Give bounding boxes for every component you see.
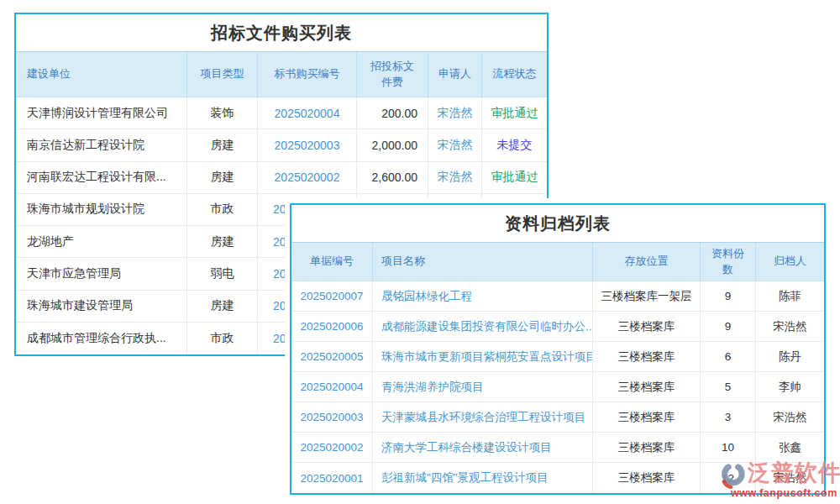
cell-archiver: 李帅: [756, 372, 824, 402]
cell-location: 三楼档案库一架层: [593, 281, 701, 311]
watermark-url-text: www.fanpusoft.com: [731, 487, 837, 499]
cell-bid-purchase-no-link[interactable]: 2025020002: [258, 162, 357, 193]
watermark-brand-text: 泛普软件: [748, 458, 840, 488]
cell-location: 三楼档案库: [593, 312, 701, 341]
cell-construction-unit: 成都城市管理综合行政执...: [16, 323, 187, 354]
cell-project-name-link[interactable]: 天津蒙城县水环境综合治理工程设计项目: [373, 402, 593, 432]
cell-doc-no-link[interactable]: 2025020003: [291, 402, 373, 432]
col-header-archiver: 归档人: [756, 243, 824, 281]
cell-project-type: 房建: [187, 162, 258, 193]
cell-flow-status: 未提交: [482, 129, 547, 160]
purchase-list-title: 招标文件购买列表: [16, 14, 547, 52]
cell-archiver: 陈菲: [756, 281, 824, 311]
cell-construction-unit: 龙湖地产: [16, 226, 187, 257]
cell-project-name-link[interactable]: 珠海市城市更新项目紫桐苑安置点设计项目: [373, 342, 593, 371]
table-row: 2025020007 晟铭园林绿化工程 三楼档案库一架层 9 陈菲: [291, 281, 824, 312]
cell-bid-purchase-no-link[interactable]: 2025020003: [258, 129, 357, 160]
table-row: 2025020004 青海洪湖养护院项目 三楼档案库 5 李帅: [291, 372, 824, 402]
watermark: 泛普软件 www.fanpusoft.com: [719, 456, 840, 500]
cell-bid-purchase-no-link[interactable]: 2025020004: [258, 97, 357, 129]
table-row: 2025020005 珠海市城市更新项目紫桐苑安置点设计项目 三楼档案库 6 陈…: [291, 342, 824, 372]
cell-copies: 9: [701, 312, 756, 341]
cell-project-type: 房建: [187, 129, 258, 160]
col-header-flow-status: 流程状态: [482, 52, 547, 97]
col-header-doc-no: 单据编号: [291, 243, 373, 281]
col-header-location: 存放位置: [593, 243, 701, 281]
col-header-doc-fee: 招投标文件费: [357, 52, 428, 97]
cell-copies: 9: [701, 281, 756, 311]
cell-applicant-link[interactable]: 宋浩然: [428, 162, 482, 193]
cell-archiver: 宋浩然: [756, 402, 824, 432]
cell-project-name-link[interactable]: 济南大学工科综合楼建设设计项目: [373, 433, 593, 462]
cell-construction-unit: 珠海市城市规划设计院: [16, 194, 187, 225]
archive-list-header-row: 单据编号 项目名称 存放位置 资料份数 归档人: [291, 243, 824, 281]
cell-project-type: 房建: [187, 291, 258, 322]
col-header-project-name: 项目名称: [373, 243, 593, 281]
cell-doc-no-link[interactable]: 2025020001: [291, 463, 373, 493]
cell-project-type: 市政: [187, 323, 258, 354]
col-header-applicant: 申请人: [428, 52, 482, 97]
table-row: 河南联宏达工程设计有限... 房建 2025020002 2,600.00 宋浩…: [16, 162, 547, 194]
table-row: 南京信达新工程设计院 房建 2025020003 2,000.00 宋浩然 未提…: [16, 129, 547, 161]
cell-project-name-link[interactable]: 彭祖新城"四馆"景观工程设计项目: [373, 463, 593, 493]
cell-location: 三楼档案库: [593, 342, 701, 371]
cell-project-type: 市政: [187, 194, 258, 225]
cell-archiver: 宋浩然: [756, 312, 824, 341]
cell-location: 三楼档案库: [593, 402, 701, 432]
cell-construction-unit: 珠海城市建设管理局: [16, 291, 187, 322]
purchase-list-header-row: 建设单位 项目类型 标书购买编号 招投标文件费 申请人 流程状态: [16, 52, 547, 97]
col-header-bid-no: 标书购买编号: [258, 52, 357, 97]
cell-doc-no-link[interactable]: 2025020006: [291, 312, 373, 341]
col-header-copies: 资料份数: [701, 243, 756, 281]
table-row: 天津博润设计管理有限公司 装饰 2025020004 200.00 宋浩然 审批…: [16, 97, 547, 129]
cell-flow-status: 审批通过: [482, 97, 547, 129]
table-row: 2025020003 天津蒙城县水环境综合治理工程设计项目 三楼档案库 3 宋浩…: [291, 402, 824, 433]
cell-construction-unit: 天津博润设计管理有限公司: [16, 97, 187, 129]
cell-copies: 3: [701, 402, 756, 432]
cell-applicant-link[interactable]: 宋浩然: [428, 129, 482, 160]
cell-applicant-link[interactable]: 宋浩然: [428, 97, 482, 129]
cell-doc-no-link[interactable]: 2025020004: [291, 372, 373, 402]
cell-location: 三楼档案库: [593, 463, 701, 493]
cell-doc-fee: 2,000.00: [357, 129, 428, 160]
cell-construction-unit: 河南联宏达工程设计有限...: [16, 162, 187, 193]
archive-list-title: 资料归档列表: [291, 205, 824, 243]
archive-list-window: 资料归档列表 单据编号 项目名称 存放位置 资料份数 归档人 202502000…: [290, 203, 826, 495]
cell-copies: 5: [701, 372, 756, 402]
table-row: 2025020006 成都能源建设集团投资有限公司临时办公... 三楼档案库 9…: [291, 312, 824, 342]
cell-project-name-link[interactable]: 青海洪湖养护院项目: [373, 372, 593, 402]
cell-flow-status: 审批通过: [482, 162, 547, 193]
cell-location: 三楼档案库: [593, 433, 701, 462]
cell-doc-fee: 2,600.00: [357, 162, 428, 193]
cell-doc-no-link[interactable]: 2025020002: [291, 433, 373, 462]
cell-construction-unit: 天津市应急管理局: [16, 258, 187, 289]
cell-doc-no-link[interactable]: 2025020007: [291, 281, 373, 311]
col-header-project-type: 项目类型: [187, 52, 258, 97]
cell-copies: 6: [701, 342, 756, 371]
cell-archiver: 陈丹: [756, 342, 824, 371]
cell-project-name-link[interactable]: 晟铭园林绿化工程: [373, 281, 593, 311]
cell-location: 三楼档案库: [593, 372, 701, 402]
cell-project-type: 房建: [187, 226, 258, 257]
cell-construction-unit: 南京信达新工程设计院: [16, 129, 187, 160]
cell-project-type: 弱电: [187, 258, 258, 289]
cell-doc-fee: 200.00: [357, 97, 428, 129]
cell-doc-no-link[interactable]: 2025020005: [291, 342, 373, 371]
cell-project-name-link[interactable]: 成都能源建设集团投资有限公司临时办公...: [373, 312, 593, 341]
col-header-unit: 建设单位: [16, 52, 187, 97]
cell-project-type: 装饰: [187, 97, 258, 129]
